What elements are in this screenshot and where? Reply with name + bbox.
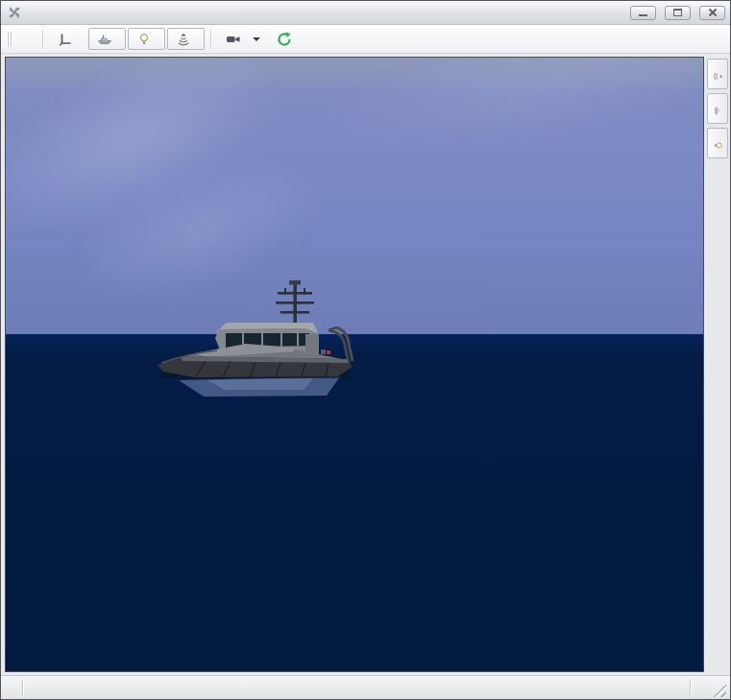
app-window [0, 0, 731, 700]
point-cloud-canvas [6, 58, 294, 202]
axis-icon [58, 32, 73, 47]
environment-button[interactable] [128, 28, 165, 50]
sensors-button[interactable] [167, 28, 205, 50]
maximize-icon [673, 9, 682, 16]
status-bar [1, 675, 730, 699]
refresh-button[interactable] [271, 28, 298, 50]
boat-icon [97, 32, 112, 47]
settings-button[interactable] [19, 28, 37, 50]
side-tab-sensors[interactable] [707, 59, 728, 89]
lightbulb-icon [136, 32, 152, 47]
viewport-3d[interactable] [5, 57, 704, 672]
status-panel [690, 680, 711, 695]
title-bar[interactable] [1, 1, 730, 25]
vessels-button[interactable] [88, 28, 126, 50]
refresh-icon [277, 32, 292, 47]
side-tab-vessels[interactable] [707, 93, 728, 124]
sonar-icon [176, 32, 191, 47]
lightbulb-icon [713, 140, 723, 151]
main-toolbar [1, 25, 730, 54]
camera-icon [226, 32, 241, 47]
resize-grip[interactable] [713, 684, 726, 697]
status-separator [22, 680, 23, 695]
side-tab-strip [706, 57, 730, 672]
pinwheel-logo-icon [7, 5, 22, 20]
minimize-icon [639, 14, 647, 16]
minimize-button[interactable] [630, 6, 656, 20]
content-area [1, 54, 730, 675]
toolbar-separator [42, 30, 43, 49]
toolbar-grip[interactable] [8, 32, 12, 47]
chevron-down-icon [253, 37, 260, 41]
close-icon [708, 8, 718, 17]
boat-icon [713, 106, 723, 116]
turn-table-button[interactable] [49, 28, 86, 50]
camera-dropdown-button[interactable] [217, 28, 269, 50]
toolbar-separator [210, 30, 211, 49]
side-tab-environment[interactable] [707, 128, 728, 158]
cloud-wisp [317, 57, 704, 172]
close-button[interactable] [699, 6, 725, 20]
sonar-icon [713, 71, 723, 82]
survey-vessel [150, 269, 361, 403]
maximize-button[interactable] [665, 6, 691, 20]
